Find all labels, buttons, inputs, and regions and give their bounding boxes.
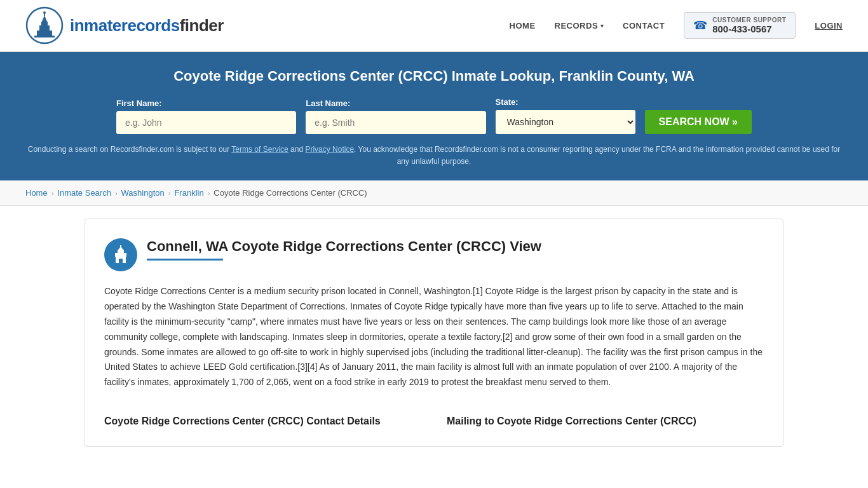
- privacy-link[interactable]: Privacy Notice: [305, 145, 354, 154]
- disclaimer-text: Conducting a search on Recordsfinder.com…: [25, 144, 843, 168]
- svg-rect-10: [118, 250, 124, 254]
- search-banner: Coyote Ridge Corrections Center (CRCC) I…: [0, 52, 868, 180]
- breadcrumb-inmate-search[interactable]: Inmate Search: [57, 188, 111, 198]
- svg-marker-5: [42, 15, 47, 22]
- state-select[interactable]: Washington Alabama Alaska Arizona Califo…: [496, 110, 635, 134]
- breadcrumb-home[interactable]: Home: [25, 188, 48, 198]
- main-nav: HOME RECORDS ▾ CONTACT ☎ CUSTOMER SUPPOR…: [510, 12, 843, 39]
- last-name-input[interactable]: [306, 111, 485, 134]
- svg-rect-15: [119, 259, 123, 263]
- breadcrumb-washington[interactable]: Washington: [121, 188, 165, 198]
- state-group: State: Washington Alabama Alaska Arizona…: [496, 97, 635, 134]
- svg-rect-12: [120, 245, 121, 247]
- contact-details-col: Coyote Ridge Corrections Center (CRCC) C…: [104, 416, 421, 433]
- nav-login[interactable]: LOGIN: [815, 21, 843, 30]
- mailing-col: Mailing to Coyote Ridge Corrections Cent…: [447, 416, 764, 433]
- breadcrumb-current: Coyote Ridge Corrections Center (CRCC): [214, 188, 367, 198]
- breadcrumb-franklin[interactable]: Franklin: [174, 188, 203, 198]
- svg-rect-4: [41, 22, 48, 26]
- nav-contact[interactable]: CONTACT: [623, 21, 665, 30]
- first-name-input[interactable]: [116, 111, 296, 134]
- nav-records[interactable]: RECORDS: [555, 21, 599, 30]
- svg-rect-14: [126, 257, 128, 263]
- state-label: State:: [496, 97, 635, 107]
- site-header: inmaterecordsfinder HOME RECORDS ▾ CONTA…: [0, 0, 868, 52]
- main-content: Connell, WA Coyote Ridge Corrections Cen…: [59, 219, 809, 447]
- search-form: First Name: Last Name: State: Washington…: [116, 97, 752, 134]
- phone-icon: ☎: [693, 18, 707, 32]
- nav-records-wrapper[interactable]: RECORDS ▾: [555, 21, 604, 30]
- terms-link[interactable]: Terms of Service: [231, 145, 288, 154]
- breadcrumb: Home › Inmate Search › Washington › Fran…: [0, 180, 868, 206]
- title-underline: [147, 259, 223, 261]
- breadcrumb-sep-1: ›: [51, 189, 54, 197]
- breadcrumb-sep-2: ›: [115, 189, 118, 197]
- logo-icon: [25, 6, 64, 44]
- svg-point-7: [43, 11, 46, 14]
- search-button[interactable]: SEARCH NOW »: [645, 110, 752, 134]
- facility-title-area: Connell, WA Coyote Ridge Corrections Cen…: [147, 238, 541, 261]
- last-name-label: Last Name:: [306, 98, 485, 108]
- support-text: CUSTOMER SUPPORT 800-433-0567: [712, 17, 786, 34]
- facility-description: Coyote Ridge Corrections Center is a med…: [104, 284, 764, 390]
- support-number: 800-433-0567: [712, 24, 771, 34]
- breadcrumb-sep-3: ›: [168, 189, 171, 197]
- logo-text-bold: finder: [180, 16, 224, 35]
- banner-title: Coyote Ridge Corrections Center (CRCC) I…: [25, 68, 843, 85]
- facility-icon-circle: [104, 238, 137, 271]
- logo-text: inmaterecordsfinder: [70, 16, 224, 36]
- content-card: Connell, WA Coyote Ridge Corrections Cen…: [85, 219, 783, 447]
- support-label: CUSTOMER SUPPORT: [712, 17, 786, 24]
- support-box[interactable]: ☎ CUSTOMER SUPPORT 800-433-0567: [684, 12, 796, 39]
- first-name-group: First Name:: [116, 98, 296, 134]
- first-name-label: First Name:: [116, 98, 296, 108]
- facility-icon: [111, 245, 130, 264]
- records-chevron-icon: ▾: [600, 22, 604, 29]
- svg-rect-2: [34, 36, 55, 37]
- logo-area: inmaterecordsfinder: [25, 6, 224, 44]
- nav-home[interactable]: HOME: [510, 21, 536, 30]
- mailing-heading: Mailing to Coyote Ridge Corrections Cent…: [447, 416, 764, 427]
- bottom-section: Coyote Ridge Corrections Center (CRCC) C…: [104, 403, 764, 446]
- facility-header: Connell, WA Coyote Ridge Corrections Cen…: [104, 238, 764, 271]
- facility-title: Connell, WA Coyote Ridge Corrections Cen…: [147, 238, 541, 255]
- last-name-group: Last Name:: [306, 98, 485, 134]
- contact-heading: Coyote Ridge Corrections Center (CRCC) C…: [104, 416, 421, 427]
- breadcrumb-sep-4: ›: [208, 189, 210, 197]
- svg-rect-9: [115, 253, 126, 257]
- svg-rect-3: [39, 25, 50, 31]
- logo-text-regular: inmaterecords: [70, 16, 180, 35]
- svg-rect-13: [113, 257, 116, 263]
